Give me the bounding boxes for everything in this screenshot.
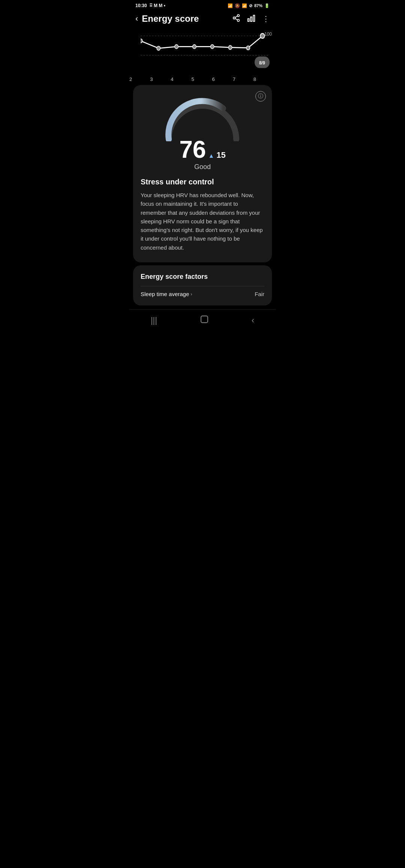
svg-point-1 xyxy=(233,17,236,19)
factors-card: Energy score factors Sleep time average … xyxy=(133,265,272,305)
status-bar: 10:30 ⠿ M M • 📶 🔕 📶 ⊘ 87% 🔋 xyxy=(129,0,276,10)
status-icons: ⠿ M M • xyxy=(149,3,165,8)
gauge-value-row: 76 ▲ 15 xyxy=(179,138,226,162)
dnd-icon: ⊘ xyxy=(249,3,252,8)
score-number: 76 xyxy=(179,138,206,162)
gauge-container: 76 ▲ 15 Good xyxy=(141,93,264,178)
svg-point-11 xyxy=(157,46,160,50)
chart-label-100: 100 xyxy=(264,31,272,37)
bluetooth-icon: 📶 xyxy=(228,3,233,8)
factor-status-sleep: Fair xyxy=(255,291,264,297)
x-label-8: 8 xyxy=(254,76,256,82)
factor-label-sleep: Sleep time average xyxy=(141,291,189,297)
more-icon[interactable]: ⋮ xyxy=(262,14,270,23)
stress-body: Your sleeping HRV has rebounded well. No… xyxy=(141,191,264,252)
svg-point-13 xyxy=(193,45,196,49)
svg-rect-20 xyxy=(201,316,208,323)
status-right: 📶 🔕 📶 ⊘ 87% 🔋 xyxy=(228,3,270,8)
svg-point-10 xyxy=(141,39,142,43)
battery-icon: 🔋 xyxy=(264,3,270,8)
back-button[interactable]: ‹ xyxy=(135,14,138,24)
score-card: ⓘ 76 ▲ 15 Good Stress under control Your xyxy=(133,85,272,262)
score-arrow: ▲ xyxy=(208,153,214,159)
header-icons: ⋮ xyxy=(232,14,270,24)
x-label-5: 5 xyxy=(191,76,194,82)
svg-rect-5 xyxy=(248,18,249,21)
share-icon[interactable] xyxy=(232,14,240,24)
svg-rect-6 xyxy=(250,17,252,21)
mute-icon: 🔕 xyxy=(235,3,240,8)
factors-title: Energy score factors xyxy=(141,273,264,281)
score-change: 15 xyxy=(216,150,225,160)
score-label: Good xyxy=(194,163,211,171)
x-label-7: 7 xyxy=(233,76,236,82)
gauge-svg xyxy=(161,96,244,141)
svg-point-2 xyxy=(237,19,240,21)
battery-text: 87% xyxy=(254,3,262,8)
x-label-2: 2 xyxy=(129,76,132,82)
chevron-right-icon: › xyxy=(190,291,192,297)
svg-point-15 xyxy=(228,45,232,49)
stress-section: Stress under control Your sleeping HRV h… xyxy=(141,178,264,252)
svg-rect-7 xyxy=(254,15,255,21)
svg-point-17 xyxy=(260,33,264,38)
home-icon[interactable] xyxy=(200,315,209,326)
page-title: Energy score xyxy=(142,13,228,24)
header: ‹ Energy score ⋮ xyxy=(129,10,276,28)
info-button[interactable]: ⓘ xyxy=(255,91,266,102)
factor-row-sleep[interactable]: Sleep time average › Fair xyxy=(141,286,264,302)
svg-line-3 xyxy=(235,18,237,20)
chart-container: 100 8/9 xyxy=(129,28,276,77)
svg-point-16 xyxy=(246,46,250,50)
back-nav-icon[interactable]: ‹ xyxy=(252,316,254,325)
status-left: 10:30 ⠿ M M • xyxy=(135,3,165,8)
stats-icon[interactable] xyxy=(247,14,255,24)
recent-apps-icon[interactable]: ||| xyxy=(151,316,157,325)
wifi-icon: 📶 xyxy=(242,3,247,8)
x-label-3: 3 xyxy=(150,76,153,82)
stress-title: Stress under control xyxy=(141,178,264,186)
chart-svg: 8/9 xyxy=(141,28,270,70)
svg-line-4 xyxy=(235,16,237,17)
bottom-nav: ||| ‹ xyxy=(129,309,276,330)
x-label-6: 6 xyxy=(212,76,215,82)
svg-text:8/9: 8/9 xyxy=(259,60,265,66)
svg-point-14 xyxy=(210,45,214,49)
svg-point-0 xyxy=(237,14,240,16)
status-time: 10:30 xyxy=(135,3,147,8)
svg-point-12 xyxy=(175,45,178,49)
factor-name-sleep: Sleep time average › xyxy=(141,291,192,297)
x-label-4: 4 xyxy=(171,76,173,82)
